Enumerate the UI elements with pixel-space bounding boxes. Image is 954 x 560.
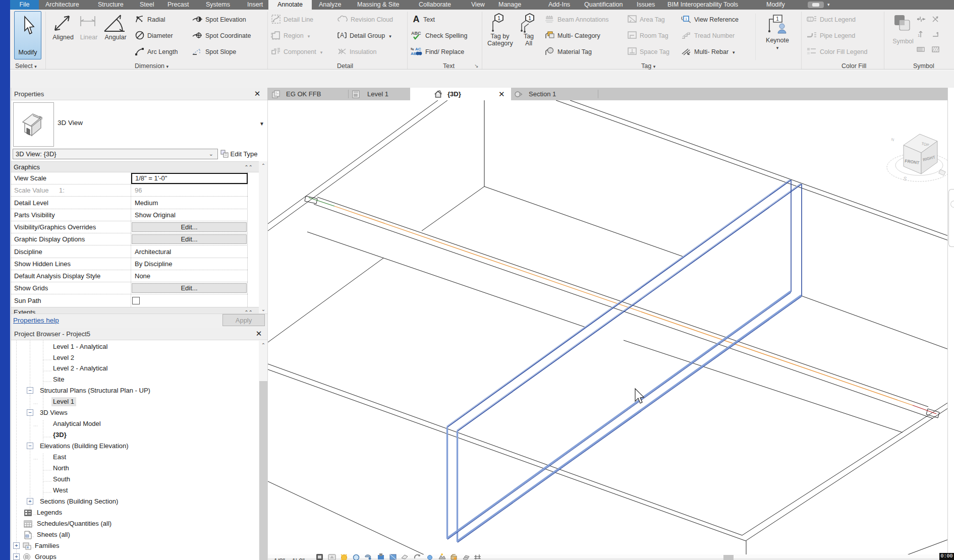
svg-text:1: 1 [528, 15, 531, 21]
svg-text:AB: AB [411, 51, 417, 56]
svg-text:1: 1 [685, 17, 688, 21]
svg-text:1: 1 [497, 15, 500, 21]
svg-text:ABC: ABC [411, 31, 421, 36]
svg-text:N: N [891, 137, 895, 142]
svg-text:A: A [413, 14, 420, 24]
svg-text:1: 1 [918, 33, 920, 38]
svg-text:A: A [340, 32, 344, 39]
svg-text:1/8" = 1'-0": 1/8" = 1'-0" [274, 557, 305, 560]
svg-text:↹: ↹ [411, 47, 414, 51]
svg-text:1: 1 [776, 16, 779, 22]
svg-text:AC: AC [415, 47, 421, 51]
svg-text:S: S [903, 175, 908, 181]
